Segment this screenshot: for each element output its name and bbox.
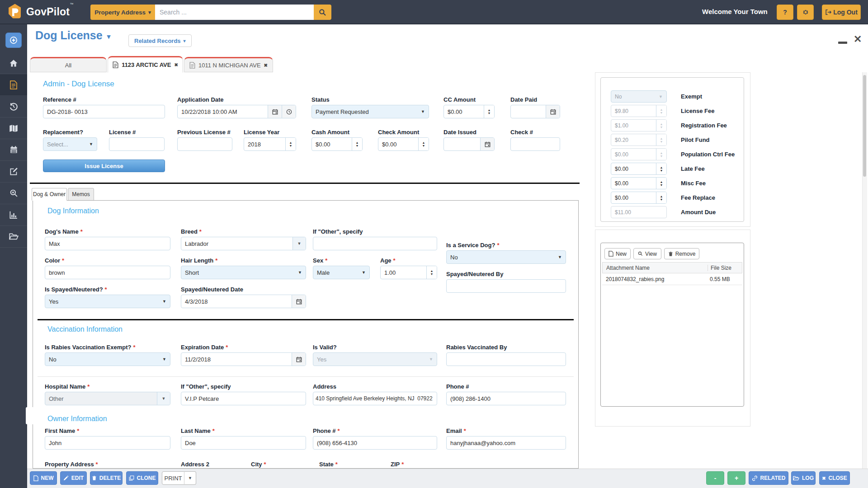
spin-down-icon[interactable]: ▼ <box>422 144 425 147</box>
misc-fee-input[interactable] <box>611 178 656 189</box>
sidebar-item-search-zoom[interactable] <box>0 183 27 204</box>
search-category-dropdown[interactable]: Property Address ▾ <box>90 5 155 20</box>
new-button[interactable]: NEW <box>30 471 57 485</box>
spin-down-icon[interactable]: ▼ <box>289 144 292 147</box>
window-close-button[interactable]: ✕ <box>854 34 862 44</box>
is-spayed-select[interactable]: Yes ▼ <box>45 295 170 308</box>
rabies-exempt-select[interactable]: No ▼ <box>45 352 170 366</box>
sex-select[interactable]: Male ▼ <box>313 266 370 279</box>
license-number-input[interactable] <box>109 138 164 150</box>
calendar-picker-button[interactable] <box>268 105 282 118</box>
hospital-phone-input[interactable] <box>447 392 566 405</box>
sidebar-item-edit[interactable] <box>0 161 27 183</box>
window-minimize-button[interactable] <box>838 42 847 44</box>
print-options-dropdown[interactable]: ▼ <box>184 471 196 485</box>
calendar-picker-button[interactable] <box>292 295 306 308</box>
spinner-control[interactable]: ▲▼ <box>484 105 494 118</box>
tab-close-icon[interactable]: ✖ <box>264 63 268 68</box>
dogs-name-input[interactable] <box>45 237 170 250</box>
breed-combobox[interactable]: Labrador ▼ <box>181 237 306 250</box>
close-button[interactable]: ✖ CLOSE <box>819 471 850 485</box>
settings-button[interactable] <box>797 5 814 20</box>
sidebar-item-calendar[interactable] <box>0 139 27 161</box>
spinner-control[interactable]: ▲▼ <box>656 163 666 174</box>
spinner-control[interactable]: ▲▼ <box>352 138 362 150</box>
spin-up-icon[interactable]: ▲ <box>422 141 425 144</box>
sidebar-item-files[interactable] <box>0 226 27 248</box>
status-select[interactable]: Payment Requested ▼ <box>311 105 429 118</box>
spin-down-icon[interactable]: ▼ <box>660 183 663 187</box>
search-button[interactable] <box>314 5 331 20</box>
spin-down-icon[interactable]: ▼ <box>660 169 663 172</box>
search-input[interactable] <box>155 5 314 20</box>
spin-up-icon[interactable]: ▲ <box>289 141 292 144</box>
detail-tab-dog-owner[interactable]: Dog & Owner <box>32 188 67 201</box>
tab-close-icon[interactable]: ✖ <box>174 62 178 67</box>
spinner-control[interactable]: ▲▼ <box>656 192 666 203</box>
detail-tab-memos[interactable]: Memos <box>68 188 94 201</box>
owner-phone-input[interactable] <box>313 436 437 449</box>
spinner-control[interactable]: ▲▼ <box>426 266 437 279</box>
hospital-address-input[interactable] <box>313 392 437 405</box>
spinner-control[interactable]: ▲▼ <box>285 138 296 150</box>
spin-up-icon[interactable]: ▲ <box>430 269 434 272</box>
hair-length-select[interactable]: Short ▼ <box>181 266 306 279</box>
combobox-dropdown-button[interactable]: ▼ <box>292 237 306 250</box>
first-name-input[interactable] <box>45 436 170 449</box>
spin-up-icon[interactable]: ▲ <box>356 141 359 144</box>
related-records-button[interactable]: Related Records ▾ <box>128 34 192 47</box>
license-year-input[interactable] <box>244 138 285 150</box>
date-issued-input[interactable] <box>444 138 480 150</box>
sidebar-item-reports[interactable] <box>0 204 27 226</box>
spin-up-icon[interactable]: ▲ <box>660 180 663 183</box>
attachment-view-button[interactable]: View <box>633 248 661 259</box>
previous-license-input[interactable] <box>178 138 232 150</box>
check-amount-input[interactable] <box>378 138 418 150</box>
spin-up-icon[interactable]: ▲ <box>660 166 663 169</box>
spin-up-icon[interactable]: ▲ <box>660 195 663 198</box>
service-dog-select[interactable]: No ▼ <box>446 250 566 264</box>
calendar-picker-button[interactable] <box>546 105 560 118</box>
logout-button[interactable]: Log Out <box>822 5 861 20</box>
edit-button[interactable]: EDIT <box>60 471 87 485</box>
zoom-out-button[interactable]: - <box>706 471 724 485</box>
application-date-input[interactable] <box>178 105 268 118</box>
log-button[interactable]: LOG <box>791 471 816 485</box>
attachment-row[interactable]: 2018074832_rabies.png 0.55 MB <box>602 273 742 285</box>
spayed-by-input[interactable] <box>447 280 566 292</box>
page-title[interactable]: Dog License ▾ <box>35 29 110 42</box>
cash-amount-input[interactable] <box>312 138 352 150</box>
spin-down-icon[interactable]: ▼ <box>488 112 491 115</box>
spinner-control[interactable]: ▲▼ <box>418 138 429 150</box>
fee-replace-input[interactable] <box>611 192 656 203</box>
replacement-select[interactable]: Select... ▼ <box>43 137 97 151</box>
check-number-input[interactable] <box>511 138 560 150</box>
time-picker-button[interactable] <box>282 105 296 118</box>
age-input[interactable] <box>381 266 426 279</box>
zoom-in-button[interactable]: + <box>727 471 745 485</box>
attachment-remove-button[interactable]: Remove <box>664 248 699 259</box>
owner-email-input[interactable] <box>447 436 566 449</box>
hospital-other-input[interactable] <box>181 392 306 405</box>
attachment-new-button[interactable]: New <box>604 248 631 259</box>
record-tab-all[interactable]: All <box>30 57 107 72</box>
record-tab-1123-arctic-ave[interactable]: 1123 ARCTIC AVE ✖ <box>108 56 183 73</box>
calendar-picker-button[interactable] <box>292 353 306 366</box>
vertical-scrollbar-thumb[interactable] <box>863 75 866 177</box>
expiration-date-input[interactable] <box>181 353 292 366</box>
combobox-dropdown-button[interactable]: ▼ <box>157 392 170 405</box>
breed-other-input[interactable] <box>313 237 437 250</box>
calendar-picker-button[interactable] <box>480 138 494 150</box>
spin-up-icon[interactable]: ▲ <box>488 108 491 112</box>
hospital-name-combobox[interactable]: Other ▼ <box>45 392 170 405</box>
cc-amount-input[interactable] <box>444 105 484 118</box>
vaccinated-by-input[interactable] <box>447 353 566 366</box>
spayed-date-input[interactable] <box>181 295 292 308</box>
spin-down-icon[interactable]: ▼ <box>430 272 434 276</box>
delete-button[interactable]: DELETE <box>90 471 123 485</box>
brand-logo[interactable]: GovPilot™ <box>6 3 73 20</box>
sidebar-item-documents[interactable] <box>0 74 27 96</box>
color-input[interactable] <box>45 266 170 279</box>
sidebar-item-home[interactable] <box>0 52 27 74</box>
issue-license-button[interactable]: Issue License <box>43 160 165 172</box>
